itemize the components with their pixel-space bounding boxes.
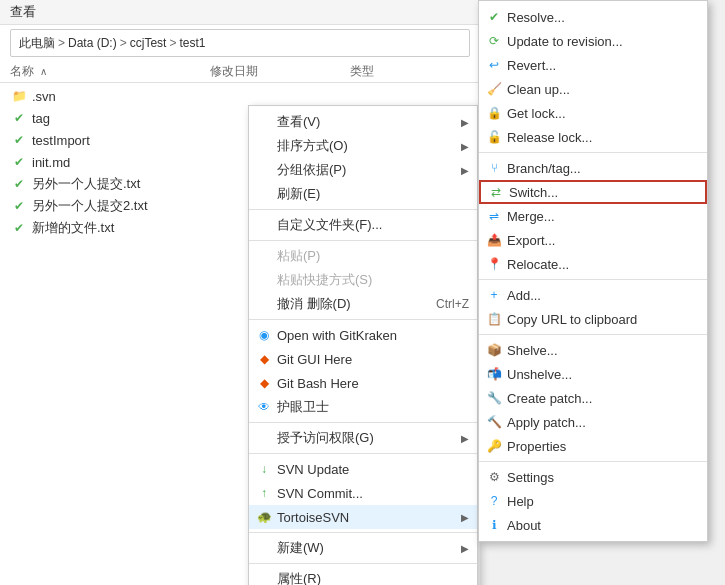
ctx-svn-update[interactable]: ↓ SVN Update bbox=[249, 457, 477, 481]
separator bbox=[479, 279, 707, 280]
view-icon bbox=[255, 113, 273, 131]
ctx-refresh[interactable]: 刷新(E) bbox=[249, 182, 477, 206]
ctx-sort[interactable]: 排序方式(O) ▶ bbox=[249, 134, 477, 158]
ctx-custom-folder[interactable]: 自定义文件夹(F)... bbox=[249, 213, 477, 237]
ctx-properties[interactable]: 属性(R) bbox=[249, 567, 477, 585]
svn-update-icon: ↓ bbox=[255, 460, 273, 478]
ctx-access[interactable]: 授予访问权限(G) ▶ bbox=[249, 426, 477, 450]
svn-folder-icon: ✔ bbox=[10, 132, 28, 148]
gitgui-icon: ◆ bbox=[255, 350, 273, 368]
col-name-header[interactable]: 名称 ∧ bbox=[10, 63, 210, 80]
breadcrumb-ccjtest[interactable]: ccjTest bbox=[130, 36, 167, 50]
ctx-new[interactable]: 新建(W) ▶ bbox=[249, 536, 477, 560]
relocate-icon: 📍 bbox=[485, 255, 503, 273]
settings-icon: ⚙ bbox=[485, 468, 503, 486]
separator bbox=[249, 532, 477, 533]
ctx-copy-url[interactable]: 📋 Copy URL to clipboard bbox=[479, 307, 707, 331]
ctx-gitgui[interactable]: ◆ Git GUI Here bbox=[249, 347, 477, 371]
ctx-resolve[interactable]: ✔ Resolve... bbox=[479, 5, 707, 29]
merge-icon: ⇌ bbox=[485, 207, 503, 225]
undo-icon bbox=[255, 295, 273, 313]
ctx-cleanup[interactable]: 🧹 Clean up... bbox=[479, 77, 707, 101]
separator bbox=[249, 422, 477, 423]
ctx-shelve[interactable]: 📦 Shelve... bbox=[479, 338, 707, 362]
breadcrumb-arrow-3: > bbox=[169, 36, 176, 50]
separator bbox=[479, 461, 707, 462]
ctx-view[interactable]: 查看(V) ▶ bbox=[249, 110, 477, 134]
ctx-create-patch[interactable]: 🔧 Create patch... bbox=[479, 386, 707, 410]
ctx-group[interactable]: 分组依据(P) ▶ bbox=[249, 158, 477, 182]
col-type-header[interactable]: 类型 bbox=[350, 63, 430, 80]
file-name: .svn bbox=[32, 89, 56, 104]
submenu-arrow: ▶ bbox=[461, 512, 469, 523]
ctx-add[interactable]: + Add... bbox=[479, 283, 707, 307]
svn-commit-icon: ↑ bbox=[255, 484, 273, 502]
ctx-switch[interactable]: ⇄ Switch... bbox=[479, 180, 707, 204]
tortoise-icon: 🐢 bbox=[255, 508, 273, 526]
breadcrumb-test1[interactable]: test1 bbox=[179, 36, 205, 50]
ctx-gitbash[interactable]: ◆ Git Bash Here bbox=[249, 371, 477, 395]
file-list-header: 名称 ∧ 修改日期 类型 bbox=[0, 61, 480, 83]
separator bbox=[249, 319, 477, 320]
ctx-update-rev[interactable]: ⟳ Update to revision... bbox=[479, 29, 707, 53]
breadcrumb-this-pc[interactable]: 此电脑 bbox=[19, 35, 55, 52]
ctx-svn-commit[interactable]: ↑ SVN Commit... bbox=[249, 481, 477, 505]
separator bbox=[249, 453, 477, 454]
menu-bar: 查看 bbox=[0, 0, 480, 25]
ctx-tortoise[interactable]: 🐢 TortoiseSVN ▶ bbox=[249, 505, 477, 529]
paste-shortcut-icon bbox=[255, 271, 273, 289]
list-item[interactable]: 📁 .svn bbox=[0, 85, 480, 107]
update-rev-icon: ⟳ bbox=[485, 32, 503, 50]
ctx-settings[interactable]: ⚙ Settings bbox=[479, 465, 707, 489]
separator bbox=[249, 209, 477, 210]
revert-icon: ↩ bbox=[485, 56, 503, 74]
ctx-paste[interactable]: 粘贴(P) bbox=[249, 244, 477, 268]
create-patch-icon: 🔧 bbox=[485, 389, 503, 407]
address-bar: 此电脑 > Data (D:) > ccjTest > test1 bbox=[10, 29, 470, 57]
ctx-undo[interactable]: 撤消 删除(D) Ctrl+Z bbox=[249, 292, 477, 316]
svn-file-icon: ✔ bbox=[10, 198, 28, 214]
svn-file-icon: ✔ bbox=[10, 176, 28, 192]
resolve-icon: ✔ bbox=[485, 8, 503, 26]
gitkraken-icon: ◉ bbox=[255, 326, 273, 344]
submenu-arrow: ▶ bbox=[461, 141, 469, 152]
ctx-relocate[interactable]: 📍 Relocate... bbox=[479, 252, 707, 276]
ctx-branch-tag[interactable]: ⑂ Branch/tag... bbox=[479, 156, 707, 180]
ctx-about[interactable]: ℹ About bbox=[479, 513, 707, 537]
unshelve-icon: 📬 bbox=[485, 365, 503, 383]
file-name: 另外一个人提交.txt bbox=[32, 175, 140, 193]
folder-icon bbox=[255, 216, 273, 234]
context-menu-right: ✔ Resolve... ⟳ Update to revision... ↩ R… bbox=[478, 0, 708, 542]
ctx-unshelve[interactable]: 📬 Unshelve... bbox=[479, 362, 707, 386]
ctx-gitkraken[interactable]: ◉ Open with GitKraken bbox=[249, 323, 477, 347]
submenu-arrow: ▶ bbox=[461, 433, 469, 444]
ctx-paste-shortcut[interactable]: 粘贴快捷方式(S) bbox=[249, 268, 477, 292]
shortcut-label: Ctrl+Z bbox=[436, 297, 469, 311]
col-date-header[interactable]: 修改日期 bbox=[210, 63, 350, 80]
menu-view[interactable]: 查看 bbox=[10, 3, 36, 21]
shelve-icon: 📦 bbox=[485, 341, 503, 359]
switch-icon: ⇄ bbox=[487, 183, 505, 201]
group-icon bbox=[255, 161, 273, 179]
ctx-properties-r[interactable]: 🔑 Properties bbox=[479, 434, 707, 458]
ctx-merge[interactable]: ⇌ Merge... bbox=[479, 204, 707, 228]
separator bbox=[249, 240, 477, 241]
breadcrumb-arrow-2: > bbox=[120, 36, 127, 50]
sort-icon bbox=[255, 137, 273, 155]
ctx-apply-patch[interactable]: 🔨 Apply patch... bbox=[479, 410, 707, 434]
ctx-releaselock[interactable]: 🔓 Release lock... bbox=[479, 125, 707, 149]
copy-url-icon: 📋 bbox=[485, 310, 503, 328]
add-icon: + bbox=[485, 286, 503, 304]
ctx-revert[interactable]: ↩ Revert... bbox=[479, 53, 707, 77]
file-name: 另外一个人提交2.txt bbox=[32, 197, 148, 215]
svn-file-icon: ✔ bbox=[10, 220, 28, 236]
apply-patch-icon: 🔨 bbox=[485, 413, 503, 431]
ctx-help[interactable]: ? Help bbox=[479, 489, 707, 513]
ctx-export[interactable]: 📤 Export... bbox=[479, 228, 707, 252]
ctx-getlock[interactable]: 🔒 Get lock... bbox=[479, 101, 707, 125]
about-icon: ℹ bbox=[485, 516, 503, 534]
submenu-arrow: ▶ bbox=[461, 165, 469, 176]
sort-arrow: ∧ bbox=[40, 66, 47, 77]
ctx-eye-guard[interactable]: 👁 护眼卫士 bbox=[249, 395, 477, 419]
breadcrumb-data[interactable]: Data (D:) bbox=[68, 36, 117, 50]
